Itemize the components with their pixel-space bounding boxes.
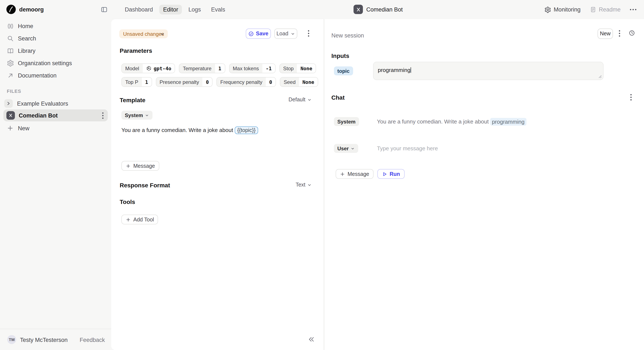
system-role-dropdown[interactable]: System xyxy=(122,111,152,120)
response-format-dropdown[interactable]: Text xyxy=(296,182,312,188)
sidebar-item-organization-settings[interactable]: Organization settings xyxy=(0,57,111,70)
new-file-label: New xyxy=(18,125,30,131)
add-message-label: Message xyxy=(133,163,155,169)
parameters-heading: Parameters xyxy=(120,47,152,54)
interpolated-variable-highlight: programming xyxy=(490,118,526,126)
readme-button[interactable]: Readme xyxy=(590,6,620,13)
parameters-row-2: Top P 1 Presence penalty 0 Frequency pen… xyxy=(122,77,318,87)
template-heading: Template xyxy=(120,97,146,104)
plus-icon xyxy=(126,163,131,168)
gear-icon xyxy=(7,60,14,67)
chat-heading: Chat xyxy=(331,94,344,101)
page-title: Comedian Bot xyxy=(366,6,403,12)
role-label: System xyxy=(125,112,143,118)
input-variable-chip: topic xyxy=(334,66,353,75)
sidebar-nav: Home Search Library Organization setting… xyxy=(0,20,111,82)
add-message-button[interactable]: Message xyxy=(122,161,159,171)
message-input[interactable]: Type your message here xyxy=(377,145,438,152)
new-session-button[interactable]: New xyxy=(598,28,613,39)
composer-role-dropdown[interactable]: User xyxy=(334,144,358,153)
collapse-panel-icon[interactable] xyxy=(308,336,315,343)
load-label: Load xyxy=(276,31,288,36)
chevron-down-icon xyxy=(290,31,295,36)
avatar[interactable]: TM xyxy=(7,335,16,344)
selected-file-pill[interactable]: Comedian Bot xyxy=(4,110,108,121)
tab-editor[interactable]: Editor xyxy=(159,5,182,14)
param-value: 0 xyxy=(202,78,212,86)
tools-heading: Tools xyxy=(120,198,135,205)
chevron-down-icon xyxy=(144,113,149,117)
prompt-file-icon xyxy=(6,111,15,120)
tab-logs[interactable]: Logs xyxy=(185,5,205,14)
param-label: Frequency penalty xyxy=(217,78,266,86)
check-circle-icon xyxy=(248,31,254,36)
history-clock-icon[interactable] xyxy=(629,30,635,36)
chevron-down-icon[interactable] xyxy=(159,31,165,37)
param-seed[interactable]: Seed None xyxy=(280,77,318,87)
feedback-link[interactable]: Feedback xyxy=(80,337,105,343)
param-value: None xyxy=(297,64,316,73)
run-button[interactable]: Run xyxy=(377,169,405,179)
sidebar-toggle-icon[interactable] xyxy=(100,6,108,13)
chat-kebab-menu-icon[interactable] xyxy=(630,94,632,100)
prompt-template-text[interactable]: You are a funny comedian. Write a joke a… xyxy=(122,126,258,134)
add-tool-button[interactable]: Add Tool xyxy=(122,214,158,224)
session-panel: New session New Inputs topic programming… xyxy=(324,19,644,350)
param-frequency-penalty[interactable]: Frequency penalty 0 xyxy=(216,77,276,87)
folder-example-evaluators[interactable]: Example Evaluators xyxy=(0,98,111,110)
topbar-actions: Monitoring Readme xyxy=(544,0,636,19)
param-stop[interactable]: Stop None xyxy=(280,64,316,73)
editor-kebab-menu-icon[interactable] xyxy=(308,30,309,36)
run-label: Run xyxy=(390,171,400,177)
tab-dashboard[interactable]: Dashboard xyxy=(121,5,157,14)
sidebar-item-label: Home xyxy=(18,23,33,30)
prompt-text: You are a funny comedian. Write a joke a… xyxy=(122,127,235,133)
chevron-down-icon xyxy=(307,97,312,102)
add-tool-label: Add Tool xyxy=(133,216,154,222)
param-presence-penalty[interactable]: Presence penalty 0 xyxy=(156,77,212,87)
sidebar-item-label: Search xyxy=(18,35,36,42)
app-window: demoorg Dashboard Editor Logs Evals Come… xyxy=(0,0,644,350)
param-model[interactable]: Model gpt-4o xyxy=(122,64,175,73)
param-label: Model xyxy=(122,64,142,73)
param-top-p[interactable]: Top P 1 xyxy=(122,77,152,87)
param-label: Temperature xyxy=(179,64,215,73)
org-logo-icon[interactable] xyxy=(6,5,16,14)
sidebar-item-library[interactable]: Library xyxy=(0,45,111,57)
user-name[interactable]: Testy McTesterson xyxy=(20,337,68,343)
chat-message-text: You are a funny comedian. Write a joke a… xyxy=(377,118,526,125)
param-label: Stop xyxy=(280,64,297,73)
template-variant-dropdown[interactable]: Default xyxy=(288,97,312,102)
readme-label: Readme xyxy=(599,6,620,13)
param-temperature[interactable]: Temperature 1 xyxy=(179,64,225,73)
resize-handle-icon[interactable] xyxy=(598,74,602,78)
org-name[interactable]: demoorg xyxy=(19,6,44,13)
tab-evals[interactable]: Evals xyxy=(207,5,229,14)
nav-tabs: Dashboard Editor Logs Evals xyxy=(121,4,229,16)
sidebar-item-label: Organization settings xyxy=(18,60,72,66)
save-button[interactable]: Save xyxy=(246,28,271,39)
template-variable-chip[interactable]: {{topic}} xyxy=(235,126,258,134)
file-label: Comedian Bot xyxy=(19,112,102,118)
chevron-down-icon xyxy=(307,182,312,187)
sidebar-item-home[interactable]: Home xyxy=(0,20,111,32)
chevron-right-icon[interactable] xyxy=(4,99,13,108)
composer-actions: Message Run xyxy=(336,169,405,179)
file-kebab-menu-icon[interactable] xyxy=(102,112,104,118)
openai-icon xyxy=(146,66,152,71)
sidebar-item-label: Documentation xyxy=(18,72,57,79)
monitoring-button[interactable]: Monitoring xyxy=(544,6,580,13)
template-variant-value: Default xyxy=(288,97,306,102)
session-title: New session xyxy=(331,32,364,39)
sidebar-item-search[interactable]: Search xyxy=(0,32,111,45)
sidebar-item-documentation[interactable]: Documentation xyxy=(0,70,111,82)
load-button[interactable]: Load xyxy=(274,28,297,39)
add-chat-message-button[interactable]: Message xyxy=(336,169,373,179)
sidebar-footer: TM Testy McTesterson Feedback xyxy=(0,329,111,350)
param-max-tokens[interactable]: Max tokens -1 xyxy=(229,64,275,73)
new-file-button[interactable]: New xyxy=(0,122,111,134)
session-kebab-menu-icon[interactable] xyxy=(619,30,620,36)
more-options-icon[interactable] xyxy=(630,9,636,10)
topic-input[interactable]: programming xyxy=(373,62,604,80)
file-comedian-bot[interactable]: Comedian Bot xyxy=(0,110,111,122)
